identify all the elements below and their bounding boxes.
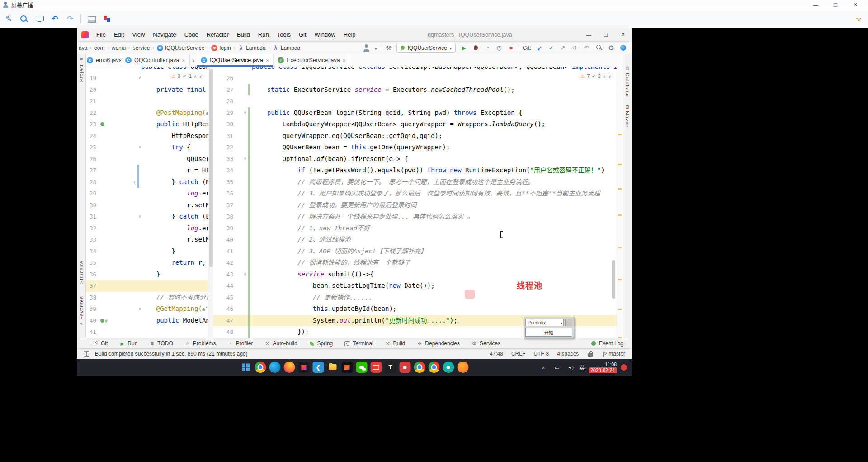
profiler-icon[interactable]	[494, 43, 504, 53]
search-icon[interactable]	[594, 43, 604, 53]
code-line[interactable]: 35 // 高级程序员，要优化一下。 思考一个问题，上面在登录成功这个是主业务流…	[213, 176, 623, 188]
warning-stripe-mark[interactable]	[618, 247, 622, 248]
gutter[interactable]	[236, 119, 252, 130]
commit-icon[interactable]	[546, 43, 556, 53]
toolwindow-event-log[interactable]: Event Log	[590, 340, 623, 347]
gutter[interactable]	[236, 188, 252, 200]
gutter[interactable]	[99, 165, 141, 176]
gutter[interactable]	[236, 211, 252, 223]
redo-icon[interactable]	[65, 14, 75, 24]
tab-ExecutorService.java[interactable]: ExecutorService.java	[274, 54, 350, 67]
indent-info[interactable]: 4 spaces	[557, 351, 579, 357]
chrome-icon-3[interactable]	[428, 362, 439, 373]
toolwindow-build[interactable]: Build	[385, 340, 406, 347]
fold-icon[interactable]	[244, 153, 246, 165]
line-number[interactable]: 44	[213, 280, 236, 292]
line-number[interactable]: 36	[213, 188, 236, 200]
explorer-icon[interactable]	[327, 362, 338, 373]
gutter[interactable]	[236, 142, 252, 153]
menu-view[interactable]: View	[128, 28, 149, 41]
gutter[interactable]	[99, 303, 141, 315]
code-line[interactable]: 42 // 很消耗性能的，线程池有一个就够了	[213, 257, 623, 269]
line-number[interactable]: 38	[213, 211, 236, 223]
gutter[interactable]	[236, 176, 252, 188]
tool-window-switcher-icon[interactable]	[81, 349, 91, 359]
line-number[interactable]: 23	[86, 119, 99, 130]
line-number[interactable]: 38	[86, 292, 99, 304]
idea-icon[interactable]	[341, 362, 353, 373]
debug-icon[interactable]	[471, 43, 481, 53]
line-number[interactable]: 35	[86, 257, 99, 269]
history-icon[interactable]	[570, 43, 580, 53]
line-number[interactable]: 40	[213, 234, 236, 246]
tab-QQController.java[interactable]: QQController.java	[121, 54, 190, 67]
gutter[interactable]	[236, 95, 252, 107]
gutter[interactable]: @	[99, 315, 141, 327]
update-project-icon[interactable]	[534, 43, 544, 53]
breadcrumb-lambda[interactable]: Lambda	[237, 45, 266, 51]
code-line[interactable]: 46 this.updateById(bean);	[213, 303, 623, 315]
code-line[interactable]: 27 static ExecutorService service = Exec…	[213, 84, 623, 96]
bookmark-icon[interactable]	[78, 56, 85, 62]
tray-display-icon[interactable]	[552, 362, 562, 372]
gutter[interactable]	[99, 142, 141, 153]
gutter[interactable]	[99, 107, 141, 119]
monitor-tool-icon[interactable]	[34, 14, 44, 24]
toolwindow-git[interactable]: Git	[92, 340, 108, 347]
teal-icon[interactable]	[443, 362, 454, 373]
line-number[interactable]: 29	[86, 188, 99, 200]
code-line[interactable]: 29 public QQUserBean login(String qqid, …	[213, 107, 623, 119]
taskbar-clock[interactable]: 11:08 2023-02-24	[589, 362, 617, 373]
prev-issue-icon[interactable]	[603, 73, 606, 79]
code-line[interactable]: 36 // 3、用户如果确实成功登录了，那么最后一次登录时间该如何有效、高效，且…	[213, 188, 623, 200]
gutter[interactable]	[236, 280, 252, 292]
gutter[interactable]	[99, 188, 141, 200]
warning-stripe-mark[interactable]	[618, 188, 622, 190]
chevron-down-icon[interactable]	[375, 44, 377, 52]
code-line[interactable]: 30 r.setMsg("	[86, 200, 213, 211]
menu-run[interactable]: Run	[254, 28, 273, 41]
menu-edit[interactable]: Edit	[110, 28, 128, 41]
next-issue-icon[interactable]	[199, 73, 202, 79]
gutter[interactable]	[236, 326, 252, 338]
toolwindow-services[interactable]: Services	[471, 340, 500, 347]
editor-left-pane[interactable]: public class QQContro1920 private final …	[86, 67, 213, 338]
expand-fullscreen-icon[interactable]	[853, 13, 864, 25]
code-line[interactable]: 33 r.setMsg(e	[86, 234, 213, 246]
gutter[interactable]	[236, 257, 252, 269]
gutter[interactable]	[99, 292, 141, 304]
gutter[interactable]	[236, 223, 252, 234]
editor-right-pane[interactable]: public class IQQUserService extends Serv…	[213, 67, 623, 338]
toolwindow-terminal[interactable]: Terminal	[344, 340, 373, 347]
breadcrumb-com[interactable]: com	[94, 45, 106, 51]
git-branch[interactable]: master	[602, 351, 625, 357]
gutter[interactable]	[99, 223, 141, 234]
line-number[interactable]: 39	[213, 223, 236, 234]
breadcrumb-lambda[interactable]: Lambda	[272, 45, 301, 51]
gutter[interactable]	[236, 315, 252, 327]
coverage-icon[interactable]	[482, 43, 492, 53]
gutter[interactable]	[236, 130, 252, 142]
code-line[interactable]: 32 QQUserBean bean = this.getOne(queryWr…	[213, 142, 623, 153]
breadcrumb-login[interactable]: login	[210, 45, 231, 51]
scrollbar-thumb[interactable]	[612, 260, 615, 299]
toolwindow-dependencies[interactable]: Dependencies	[416, 340, 460, 347]
toolbox-icon[interactable]	[298, 362, 309, 373]
tool-strip-database[interactable]: Database	[625, 66, 630, 97]
next-issue-icon[interactable]	[608, 73, 611, 79]
line-number[interactable]: 39	[86, 303, 99, 315]
undo-icon[interactable]	[50, 14, 60, 24]
code-line[interactable]: 30 LambdaQueryWrapper<QQUserBean> queryW…	[213, 119, 623, 130]
mapping-icon[interactable]	[100, 122, 104, 126]
gutter[interactable]	[236, 107, 252, 119]
ide-minimize-button[interactable]	[580, 28, 597, 41]
toolwindow-spring[interactable]: Spring	[309, 340, 333, 347]
line-number[interactable]: 21	[86, 95, 99, 107]
fold-icon[interactable]	[244, 107, 246, 119]
code-line[interactable]: 39 @GetMapping(◉ˇ"/h	[86, 303, 213, 315]
line-number[interactable]: 33	[86, 234, 99, 246]
line-number[interactable]: 20	[86, 84, 99, 96]
line-number[interactable]: 34	[213, 165, 236, 176]
code-line[interactable]: 20 private final IQQU	[86, 84, 213, 96]
line-number[interactable]: 31	[86, 211, 99, 223]
